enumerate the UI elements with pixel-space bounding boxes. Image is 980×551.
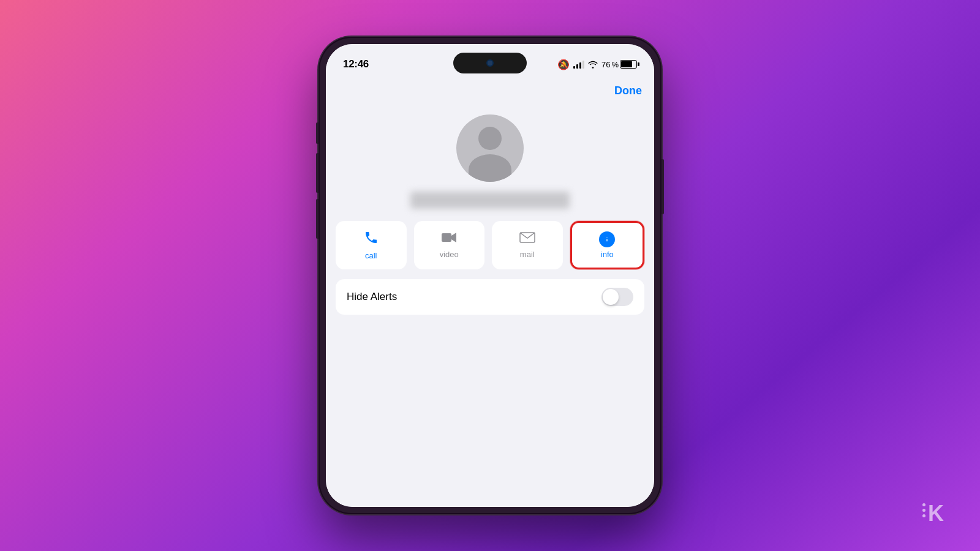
hide-alerts-label: Hide Alerts [347, 291, 397, 303]
phone-frame: 12:46 🔕 76 [318, 37, 662, 514]
watermark-dot-1 [922, 503, 925, 506]
done-button[interactable]: Done [614, 84, 642, 97]
volume-down-button [316, 199, 318, 239]
contact-name-blurred [410, 192, 570, 209]
svg-point-4 [607, 238, 608, 238]
mute-button [316, 122, 318, 144]
toggle-knob [603, 289, 619, 305]
battery-icon [620, 60, 637, 69]
signal-bars-icon [573, 60, 584, 69]
signal-bar-2 [576, 64, 578, 69]
video-icon [441, 231, 457, 247]
phone-icon [364, 230, 379, 249]
avatar-head [478, 127, 502, 150]
info-button[interactable]: info [570, 221, 645, 269]
front-camera [486, 59, 494, 67]
watermark: K [922, 501, 943, 527]
info-label: info [601, 250, 614, 259]
svg-marker-1 [451, 233, 456, 242]
status-time: 12:46 [343, 58, 369, 70]
call-button[interactable]: call [336, 221, 407, 269]
contact-section [326, 102, 654, 221]
mail-icon [519, 231, 535, 247]
dynamic-island [453, 53, 527, 73]
battery-percent-sign: % [611, 60, 619, 69]
watermark-letter: K [928, 501, 943, 527]
main-content: Done [326, 77, 654, 507]
mail-button[interactable]: mail [492, 221, 563, 269]
mute-icon: 🔕 [557, 59, 570, 70]
call-label: call [365, 251, 377, 260]
avatar-body [469, 154, 511, 182]
action-buttons-row: call video [326, 221, 654, 269]
battery-indicator: 76 % [601, 60, 637, 69]
watermark-dot-3 [922, 514, 925, 517]
status-icons: 🔕 76 % [557, 59, 637, 70]
top-bar: Done [326, 77, 654, 102]
hide-alerts-toggle[interactable] [601, 288, 633, 306]
phone-screen: 12:46 🔕 76 [326, 44, 654, 507]
signal-bar-4 [582, 61, 584, 69]
battery-fill [621, 61, 632, 67]
svg-rect-0 [442, 233, 451, 242]
signal-bar-1 [573, 66, 575, 69]
watermark-dot-2 [922, 509, 925, 512]
mail-label: mail [520, 250, 535, 259]
watermark-dots [922, 503, 925, 517]
battery-percent: 76 [601, 60, 610, 69]
volume-up-button [316, 153, 318, 193]
video-label: video [440, 250, 459, 259]
settings-section: Hide Alerts [326, 279, 654, 315]
power-button [662, 159, 664, 214]
wifi-icon [588, 61, 598, 69]
info-icon [599, 231, 615, 247]
signal-bar-3 [579, 62, 581, 69]
contact-avatar [456, 114, 524, 182]
hide-alerts-row: Hide Alerts [336, 279, 644, 315]
video-button[interactable]: video [414, 221, 485, 269]
